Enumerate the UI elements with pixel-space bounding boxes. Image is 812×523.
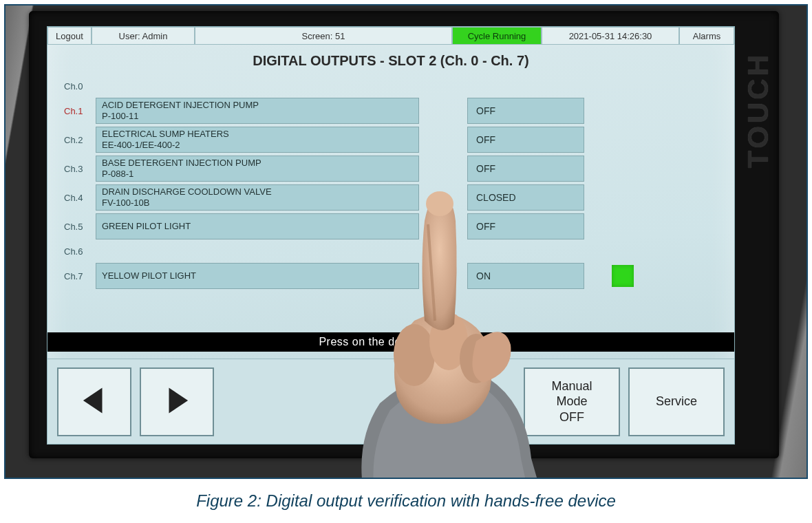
channel-row: Ch.2ELECTRICAL SUMP HEATERSEE-400-1/EE-4… bbox=[61, 127, 720, 153]
channel-id-label: Ch.5 bbox=[61, 213, 96, 239]
channel-desc-line1: GREEN PILOT LIGHT bbox=[102, 221, 413, 232]
channel-desc-line2: P-088-1 bbox=[102, 169, 413, 180]
instruction-strip: Press on the desired output bbox=[47, 332, 734, 352]
screen-number: Screen: 51 bbox=[195, 27, 452, 45]
arrow-left-icon bbox=[78, 385, 110, 419]
channel-state[interactable]: OFF bbox=[467, 156, 584, 182]
channel-description[interactable]: ELECTRICAL SUMP HEATERSEE-400-1/EE-400-2 bbox=[96, 127, 419, 153]
channel-desc-line2: FV-100-10B bbox=[102, 198, 413, 209]
channel-id-label: Ch.2 bbox=[61, 127, 96, 153]
channel-state[interactable]: OFF bbox=[467, 213, 584, 239]
channel-list: Ch.0Ch.1ACID DETERGENT INJECTION PUMPP-1… bbox=[47, 77, 734, 289]
channel-row: Ch.4DRAIN DISCHARGE COOLDOWN VALVEFV-100… bbox=[61, 184, 720, 211]
svg-marker-0 bbox=[83, 387, 103, 413]
datetime-label: 2021-05-31 14:26:30 bbox=[542, 27, 679, 45]
channel-desc-line1: YELLOW PILOT LIGHT bbox=[102, 270, 413, 281]
hmi-screen: Logout User: Admin Screen: 51 Cycle Runn… bbox=[47, 26, 735, 445]
channel-state[interactable]: OFF bbox=[467, 127, 584, 153]
page-title: DIGITAL OUTPUTS - SLOT 2 (Ch. 0 - Ch. 7) bbox=[47, 53, 734, 69]
channel-id-label: Ch.4 bbox=[61, 184, 96, 211]
channel-description[interactable]: BASE DETERGENT INJECTION PUMPP-088-1 bbox=[96, 156, 419, 182]
channel-desc-line1: BASE DETERGENT INJECTION PUMP bbox=[102, 158, 413, 169]
channel-desc-line2: P-100-11 bbox=[102, 111, 413, 122]
logout-button[interactable]: Logout bbox=[47, 27, 92, 45]
next-page-button[interactable] bbox=[140, 367, 214, 436]
user-label: User: Admin bbox=[92, 27, 195, 45]
channel-id-label: Ch.3 bbox=[61, 156, 96, 182]
channel-description[interactable]: ACID DETERGENT INJECTION PUMPP-100-11 bbox=[96, 98, 419, 124]
cycle-status-badge: Cycle Running bbox=[452, 27, 542, 45]
channel-row: Ch.6 bbox=[61, 242, 720, 260]
channel-row: Ch.3BASE DETERGENT INJECTION PUMPP-088-1… bbox=[61, 156, 720, 182]
bottom-bar: Manual Mode OFF Service bbox=[47, 359, 734, 444]
manual-mode-button[interactable]: Manual Mode OFF bbox=[524, 367, 620, 436]
arrow-right-icon bbox=[161, 385, 193, 419]
hmi-bezel: TOUCH Logout User: Admin Screen: 51 Cycl… bbox=[29, 11, 779, 458]
prev-page-button[interactable] bbox=[57, 367, 131, 436]
alarms-button[interactable]: Alarms bbox=[679, 27, 734, 45]
channel-desc-line1: DRAIN DISCHARGE COOLDOWN VALVE bbox=[102, 186, 413, 198]
channel-desc-line1: ACID DETERGENT INJECTION PUMP bbox=[102, 100, 413, 111]
channel-description[interactable]: DRAIN DISCHARGE COOLDOWN VALVEFV-100-10B bbox=[96, 184, 419, 211]
svg-marker-1 bbox=[169, 387, 189, 413]
channel-row: Ch.5GREEN PILOT LIGHTOFF bbox=[61, 213, 720, 239]
bezel-brand: TOUCH bbox=[742, 52, 775, 169]
channel-id-label: Ch.1 bbox=[61, 98, 96, 124]
channel-description[interactable]: YELLOW PILOT LIGHT bbox=[96, 263, 419, 289]
channel-id-label: Ch.0 bbox=[61, 77, 96, 95]
channel-row: Ch.7YELLOW PILOT LIGHTON bbox=[61, 263, 720, 289]
channel-state[interactable]: OFF bbox=[467, 98, 584, 124]
channel-desc-line1: ELECTRICAL SUMP HEATERS bbox=[102, 129, 413, 140]
channel-row: Ch.0 bbox=[61, 77, 720, 95]
channel-on-indicator bbox=[612, 265, 634, 287]
channel-state[interactable]: ON bbox=[467, 263, 584, 289]
channel-row: Ch.1ACID DETERGENT INJECTION PUMPP-100-1… bbox=[61, 98, 720, 124]
hmi-photo: TOUCH Logout User: Admin Screen: 51 Cycl… bbox=[4, 4, 808, 479]
service-button[interactable]: Service bbox=[628, 367, 725, 436]
figure-caption: Figure 2: Digital output verification wi… bbox=[4, 491, 808, 511]
channel-id-label: Ch.6 bbox=[61, 242, 96, 260]
channel-state[interactable]: CLOSED bbox=[467, 184, 584, 211]
channel-id-label: Ch.7 bbox=[61, 263, 96, 289]
top-bar: Logout User: Admin Screen: 51 Cycle Runn… bbox=[47, 27, 734, 45]
channel-desc-line2: EE-400-1/EE-400-2 bbox=[102, 140, 413, 151]
channel-description[interactable]: GREEN PILOT LIGHT bbox=[96, 213, 419, 239]
